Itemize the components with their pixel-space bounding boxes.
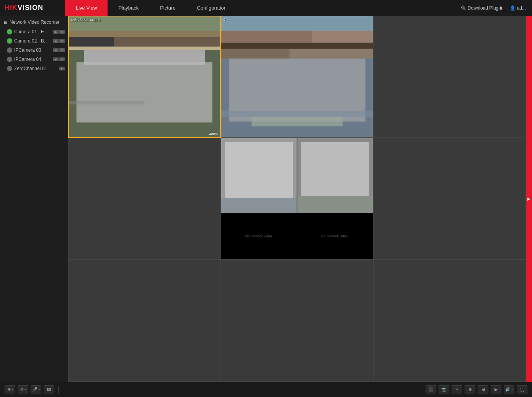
zerochannel01-icons: ▶ xyxy=(59,67,65,70)
sidebar-item-camera02[interactable]: Camera 02 - B... ▶ ⚙ xyxy=(0,36,68,46)
nav-tab-liveview[interactable]: Live View xyxy=(65,0,108,16)
user-icon: 👤 xyxy=(510,5,516,11)
camera01-icons: ▶ ⚙ xyxy=(53,30,65,34)
record-icon: ▶ xyxy=(53,39,59,43)
sidebar-item-zerochannel01[interactable]: ZeroChannel 01 ▶ xyxy=(0,64,68,73)
camera2-timestamp: 0 xyxy=(224,18,225,21)
microphone-icon: 🎤 xyxy=(32,387,38,392)
local-record-icon: ⬛ xyxy=(428,387,434,392)
video-cell-7[interactable] xyxy=(68,260,221,382)
dropdown-arrow-icon: ▾ xyxy=(511,388,513,391)
nvr-icon: 🖥 xyxy=(3,20,7,25)
layout-grid-button[interactable]: ⊞ ▾ xyxy=(5,385,15,394)
camera-status-icon xyxy=(7,66,12,71)
snapshot-button[interactable]: 📷 xyxy=(439,385,449,394)
sidebar: 🖥 Network Video Recorder Camera 01 - F..… xyxy=(0,16,68,382)
svg-rect-23 xyxy=(301,142,369,196)
camera-snap-icon: 📷 xyxy=(441,387,447,392)
zerochannel01-label: ZeroChannel 01 xyxy=(14,66,57,71)
prev-stream-button[interactable]: ◀ xyxy=(478,385,488,394)
user-menu[interactable]: 👤 ad... xyxy=(510,5,526,11)
camera-status-icon xyxy=(7,47,12,53)
ipcamera04-label: IPCamera 04 xyxy=(14,57,51,62)
svg-rect-7 xyxy=(77,62,212,123)
fullscreen-icon: ⛶ xyxy=(520,387,524,392)
record-icon: ▶ xyxy=(53,30,59,34)
camera-feed-1: 09/17/2023 14:11:1 zoom xyxy=(69,16,220,137)
video-cell-8[interactable] xyxy=(221,260,374,382)
fullscreen-button[interactable]: ⛶ xyxy=(517,385,527,394)
record-icon: ▶ xyxy=(53,57,59,61)
sidebar-item-ipcamera04[interactable]: IPCamera 04 ▶ ⚙ xyxy=(0,55,68,64)
sidebar-title: Network Video Recorder xyxy=(10,20,60,25)
nav-tab-picture[interactable]: Picture xyxy=(149,0,186,16)
nav-right: 🔌 Download Plug-in 👤 ad... xyxy=(460,5,532,11)
video-cell-1[interactable]: 09/17/2023 14:11:1 zoom xyxy=(68,16,221,138)
camera02-icons: ▶ ⚙ xyxy=(53,39,65,43)
camera1-timestamp: 09/17/2023 14:11:1 xyxy=(71,18,101,22)
username-label: ad... xyxy=(517,5,526,11)
plugin-icon: 🔌 xyxy=(460,5,466,11)
collapse-arrow-icon: ▶ xyxy=(527,197,530,201)
no-video-label-1: No network video. xyxy=(245,234,273,238)
camera-status-icon xyxy=(7,29,12,34)
sidebar-item-camera01[interactable]: Camera 01 - F... ▶ ⚙ xyxy=(0,27,68,36)
svg-rect-10 xyxy=(221,16,373,31)
clip-button[interactable]: ✂ xyxy=(452,385,462,394)
video-cell-5[interactable]: No network video. No network video. xyxy=(221,138,374,260)
next-icon: ▶ xyxy=(494,387,498,392)
video-cell-9[interactable] xyxy=(373,260,526,382)
multicam-bottom: No network video. No network video. xyxy=(221,213,373,259)
svg-rect-18 xyxy=(251,117,343,126)
video-cell-2[interactable]: 0 xyxy=(221,16,374,138)
toolbar-right: ⬛ 📷 ✂ ⊕ ◀ ▶ 🔊 ▾ ⛶ xyxy=(426,385,527,394)
ptz-icon: ⟳ xyxy=(20,387,24,392)
ipcamera04-icons: ▶ ⚙ xyxy=(53,57,65,61)
prev-icon: ◀ xyxy=(481,387,485,392)
svg-rect-5 xyxy=(69,47,220,50)
subcam-right xyxy=(297,138,373,213)
talk-button[interactable]: ☎ xyxy=(44,385,54,394)
nav-tab-playback[interactable]: Playback xyxy=(108,0,149,16)
audio-button[interactable]: 🎤 ▾ xyxy=(31,385,41,394)
ipcamera03-icons: ▶ ⚙ xyxy=(53,48,65,52)
camera01-label: Camera 01 - F... xyxy=(14,29,51,34)
volume-button[interactable]: 🔊 ▾ xyxy=(504,385,514,394)
sidebar-header[interactable]: 🖥 Network Video Recorder xyxy=(0,17,68,27)
download-plugin-btn[interactable]: 🔌 Download Plug-in xyxy=(460,5,504,11)
camera02-label: Camera 02 - B... xyxy=(14,38,51,44)
sidebar-item-ipcamera03[interactable]: IPCamera 03 ▶ ⚙ xyxy=(0,46,68,55)
next-stream-button[interactable]: ▶ xyxy=(491,385,501,394)
toolbar-separator xyxy=(58,386,59,394)
multicam-top xyxy=(221,138,373,213)
logo-text: HIKVISION xyxy=(5,4,43,12)
main-layout: 🖥 Network Video Recorder Camera 01 - F..… xyxy=(0,16,532,382)
svg-rect-4 xyxy=(114,37,220,46)
bottom-toolbar: ⊞ ▾ ⟳ ▾ 🎤 ▾ ☎ ⬛ 📷 ✂ ⊕ ◀ ▶ 🔊 xyxy=(0,382,532,397)
video-cell-4[interactable] xyxy=(68,138,221,260)
record-icon: ▶ xyxy=(53,48,59,52)
video-cell-3[interactable] xyxy=(373,16,526,138)
svg-rect-8 xyxy=(69,101,144,104)
record-icon: ▶ xyxy=(59,67,65,70)
ptz-button[interactable]: ⟳ ▾ xyxy=(18,385,28,394)
config-icon: ⚙ xyxy=(59,39,65,43)
svg-rect-12 xyxy=(312,31,373,43)
config-icon: ⚙ xyxy=(59,48,65,52)
top-navigation: HIKVISION Live View Playback Picture Con… xyxy=(0,0,532,16)
svg-rect-17 xyxy=(221,111,373,117)
svg-rect-24 xyxy=(297,196,373,213)
local-record-button[interactable]: ⬛ xyxy=(426,385,436,394)
volume-icon: 🔊 xyxy=(505,387,511,392)
dropdown-arrow-icon: ▾ xyxy=(11,388,13,391)
zoom-icon: ⊕ xyxy=(468,387,472,392)
nav-tab-configuration[interactable]: Configuration xyxy=(186,0,237,16)
subcam-left xyxy=(221,138,297,213)
no-video-label-2: No network video. xyxy=(321,234,349,238)
right-panel-collapse[interactable]: ▶ xyxy=(526,16,532,382)
multicam-container: No network video. No network video. xyxy=(221,138,373,260)
svg-rect-14 xyxy=(221,49,290,58)
video-cell-6[interactable] xyxy=(373,138,526,260)
dropdown-arrow-icon: ▾ xyxy=(38,388,40,391)
zoom-button[interactable]: ⊕ xyxy=(465,385,475,394)
